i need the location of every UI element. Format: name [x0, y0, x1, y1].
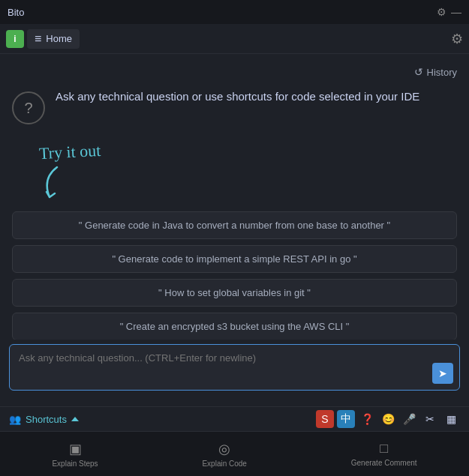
question-icon: ? — [12, 91, 45, 124]
history-label: History — [427, 67, 457, 78]
shortcut-scissors-icon[interactable]: ✂ — [421, 410, 439, 428]
suggestion-4[interactable]: " Create an encrypted s3 bucket using th… — [12, 313, 457, 340]
chevron-up-icon — [71, 417, 79, 421]
explain-code-label: Explain Code — [202, 460, 246, 468]
minimize-icon[interactable]: — — [451, 7, 461, 17]
shortcut-s-icon[interactable]: S — [316, 410, 334, 428]
shortcuts-people-icon: 👥 — [9, 414, 21, 425]
try-it-out-arrow — [35, 163, 87, 205]
input-area: ➤ — [0, 340, 469, 395]
try-it-out-container: Try it out — [24, 136, 457, 204]
app-title: Bito — [8, 7, 24, 18]
send-icon: ➤ — [438, 367, 447, 379]
bottom-nav: ▣ Explain Steps ◎ Explain Code □ Generat… — [0, 431, 469, 476]
intro-text: Ask any technical question or use shortc… — [56, 88, 419, 106]
history-button[interactable]: ↺ History — [414, 61, 457, 82]
suggestion-3[interactable]: " How to set global variables in git " — [12, 279, 457, 307]
shortcut-grid-icon[interactable]: ▦ — [442, 410, 460, 428]
chat-input[interactable] — [10, 345, 459, 387]
send-button[interactable]: ➤ — [432, 363, 453, 384]
home-button[interactable]: ≡ Home — [27, 29, 80, 49]
shortcuts-icons: S 中 ❓ 😊 🎤 ✂ ▦ — [316, 410, 460, 428]
intro-section: ? Ask any technical question or use shor… — [12, 88, 457, 124]
explain-steps-label: Explain Steps — [52, 460, 98, 468]
nav-settings-icon[interactable]: ⚙ — [451, 31, 463, 47]
title-icons: ⚙ — — [437, 7, 461, 17]
nav-logo: i — [6, 30, 24, 48]
generate-comment-icon: □ — [380, 441, 388, 457]
generate-comment-label: Generate Comment — [351, 459, 417, 467]
explain-code-button[interactable]: ◎ Explain Code — [193, 438, 255, 471]
try-it-out-text: Try it out — [38, 141, 101, 163]
explain-steps-icon: ▣ — [69, 441, 82, 457]
home-label: Home — [46, 33, 72, 44]
shortcuts-label: Shortcuts — [26, 414, 67, 425]
title-bar: Bito ⚙ — — [0, 0, 469, 24]
title-bar-left: Bito — [8, 7, 24, 18]
settings-icon[interactable]: ⚙ — [437, 7, 446, 17]
nav-bar: i ≡ Home ⚙ — [0, 24, 469, 54]
shortcut-question-icon[interactable]: ❓ — [358, 410, 376, 428]
history-icon: ↺ — [414, 66, 423, 78]
shortcut-chinese-icon[interactable]: 中 — [337, 410, 355, 428]
suggestion-2[interactable]: " Generate code to implement a simple RE… — [12, 245, 457, 273]
shortcut-emoji-icon[interactable]: 😊 — [379, 410, 397, 428]
input-wrapper: ➤ — [9, 344, 460, 391]
shortcuts-button[interactable]: 👥 Shortcuts — [9, 414, 79, 425]
generate-comment-button[interactable]: □ Generate Comment — [342, 438, 426, 470]
explain-code-icon: ◎ — [218, 441, 230, 457]
hamburger-icon: ≡ — [35, 32, 41, 46]
explain-steps-button[interactable]: ▣ Explain Steps — [43, 438, 107, 471]
suggestion-1[interactable]: " Generate code in Java to convert a num… — [12, 211, 457, 239]
shortcut-mic-icon[interactable]: 🎤 — [400, 410, 418, 428]
shortcuts-bar: 👥 Shortcuts S 中 ❓ 😊 🎤 ✂ ▦ — [0, 406, 469, 431]
suggestions-list: " Generate code in Java to convert a num… — [12, 211, 457, 340]
nav-left: i ≡ Home — [6, 29, 80, 49]
